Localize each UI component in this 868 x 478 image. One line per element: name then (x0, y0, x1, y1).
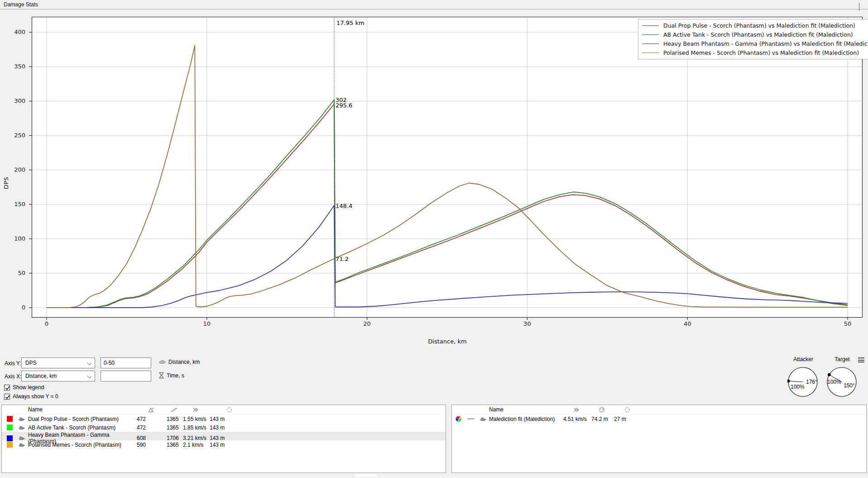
attacker-label: Attacker (785, 356, 821, 362)
fit-dps-value: 608 (136, 435, 166, 441)
ship-distance-icon (158, 359, 166, 365)
x-tick-label: 0 (38, 320, 56, 327)
fit-sig-value: 143 m (209, 442, 249, 448)
table-header-row: Name (452, 405, 866, 415)
volley-column-header volley-icon (166, 407, 182, 412)
legend-entry-label: AB Active Tank - Scorch (Phantasm) vs Ma… (663, 31, 853, 38)
fit-dps-value: 590 (136, 442, 166, 448)
fit-name: Polarised Memes - Scorch (Phantasm) (28, 442, 136, 448)
name-column-header: Name (489, 406, 562, 413)
fit-name: AB Active Tank - Scorch (Phantasm) (28, 425, 136, 431)
show-legend-checkbox[interactable]: Show legend (4, 384, 44, 391)
fit-dps-value: 472 (136, 416, 166, 422)
x-axis-title: Distance, km (402, 338, 493, 345)
secondary-y-toggle[interactable]: Distance, km (158, 359, 200, 365)
legend-entry-label: Dual Prop Pulse - Scorch (Phantasm) vs M… (663, 22, 855, 29)
chevron-down-icon (87, 361, 91, 365)
fit-volley-value: 1365 (166, 425, 182, 431)
fit-sig-value: 143 m (209, 416, 249, 422)
y-tick-label: 100 (4, 235, 25, 242)
cursor-value-label: 71.2 (336, 256, 349, 262)
axis-x-label: Axis X: (5, 373, 21, 380)
y-range-input[interactable] (101, 357, 151, 368)
legend-line-swatch (642, 53, 659, 53)
fit-volley-value: 1706 (166, 435, 182, 441)
y-axis-title: DPS (3, 177, 10, 189)
ship-icon (15, 425, 28, 430)
fit-name: Dual Prop Pulse - Scorch (Phantasm) (28, 416, 136, 422)
bottom-splitter[interactable] (0, 473, 868, 478)
fit-speed-value: 2.1 km/s (182, 442, 209, 448)
window-title: Damage Stats (4, 1, 38, 8)
fit-sig-value: 143 m (209, 435, 249, 441)
target-percent-value: 100% (827, 379, 841, 385)
attacker-fit-row[interactable]: Dual Prop Pulse - Scorch (Phantasm)47213… (2, 415, 446, 423)
chevron-down-icon (87, 374, 91, 378)
fit-color-swatch[interactable] (2, 416, 15, 422)
y-tick-label: 0 (4, 304, 25, 311)
attacker-fit-row[interactable]: AB Active Tank - Scorch (Phantasm)472136… (2, 423, 446, 432)
sig-radius-column-header sig-radius-icon (209, 407, 249, 413)
legend-line-swatch (642, 34, 659, 35)
ship-icon (15, 435, 28, 441)
fit-volley-value: 1365 (166, 416, 182, 422)
x-tick-label: 20 (358, 320, 376, 327)
ship-icon (15, 416, 28, 422)
legend-entry: Heavy Beam Phantasm - Gamma (Phantasm) v… (642, 39, 868, 48)
fit-color-swatch[interactable] (2, 425, 15, 430)
target-angle-widget[interactable]: 100% 150° (826, 366, 858, 399)
axis-y-label: Axis Y: (5, 360, 21, 367)
checkbox-checked-icon (4, 385, 10, 391)
fit-color-swatch[interactable] (2, 435, 15, 441)
attacker-fit-row[interactable]: Polarised Memes - Scorch (Phantasm)59013… (2, 440, 446, 449)
always-show-y0-label: Always show Y = 0 (13, 393, 58, 400)
collapse-chevron-icon[interactable] (859, 3, 863, 7)
axis-y-selected-value: DPS (25, 360, 37, 366)
axis-y-select[interactable]: DPS (21, 357, 95, 368)
attacker-percent-value: 100% (791, 384, 805, 390)
fit-rainbow-swatch[interactable] (452, 416, 465, 422)
fit-volley-value: 1365 (166, 442, 182, 448)
x-tick-label: 50 (839, 320, 857, 327)
fit-speed-value: 4.51 km/s (562, 416, 590, 422)
splitter-grip[interactable] (355, 474, 377, 477)
ship-icon (15, 442, 28, 448)
secondary-x-toggle[interactable]: Time, s (158, 372, 184, 379)
attacker-angle-value: 176° (806, 379, 817, 385)
x-range-input[interactable] (101, 371, 151, 381)
plot-canvas: 17.95 km302295.6148.471.2 (28, 17, 866, 324)
x-tick-label: 30 (518, 320, 536, 327)
fit-name: Malediction fit (Malediction) (489, 416, 562, 422)
legend-entry: AB Active Tank - Scorch (Phantasm) vs Ma… (642, 30, 868, 39)
fit-speed-value: 3.21 km/s (182, 435, 209, 441)
dps-column-header dps-icon (136, 407, 166, 413)
target-angle-handle[interactable] (828, 373, 831, 377)
table-header-row: Name (2, 405, 446, 415)
legend-entry-label: Polarised Memes - Scorch (Phantasm) vs M… (663, 49, 859, 56)
sig-radius-column-header sig-radius-icon (613, 407, 641, 413)
fit-sig-value: 27 m (613, 416, 641, 422)
cursor-value-label: 295.6 (336, 102, 352, 109)
y-tick-label: 350 (4, 63, 25, 70)
x-tick-label: 10 (198, 320, 216, 327)
cursor-value-label: 148.4 (336, 203, 352, 209)
name-column-header: Name (28, 406, 136, 413)
fit-speed-value: 1.55 km/s (182, 416, 209, 422)
secondary-y-label: Distance, km (168, 359, 200, 365)
target-fits-table: NameMalediction fit (Malediction)4.51 km… (451, 405, 867, 473)
target-fit-row[interactable]: Malediction fit (Malediction)4.51 km/s74… (452, 415, 866, 423)
axis-x-select[interactable]: Distance, km (21, 371, 95, 381)
chart-legend: Dual Prop Pulse - Scorch (Phantasm) vs M… (638, 19, 868, 59)
fit-orbit-value: 74.2 m (590, 416, 613, 422)
legend-line-swatch (642, 25, 659, 26)
attacker-angle-widget[interactable]: 176° 100% (787, 366, 819, 399)
show-legend-label: Show legend (13, 384, 44, 391)
legend-entry: Dual Prop Pulse - Scorch (Phantasm) vs M… (642, 21, 868, 30)
graph-menu-icon[interactable] (858, 357, 864, 363)
y-tick-label: 250 (4, 132, 25, 139)
attacker-fit-row[interactable]: Heavy Beam Phantasm - Gamma (Phantasm)60… (2, 432, 446, 440)
speed-column-header speed-icon (562, 407, 590, 412)
checkbox-checked-icon (4, 394, 10, 400)
fit-color-swatch[interactable] (2, 442, 15, 448)
always-show-y0-checkbox[interactable]: Always show Y = 0 (4, 393, 58, 400)
